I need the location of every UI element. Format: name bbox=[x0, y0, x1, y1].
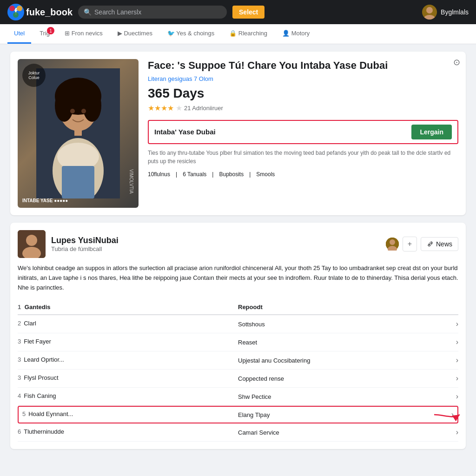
product-tags: 10flulnus | 6 Tanuals | Bupbosits | Smoo… bbox=[148, 171, 458, 178]
svg-rect-16 bbox=[62, 166, 94, 198]
svg-point-22 bbox=[390, 239, 395, 245]
svg-point-14 bbox=[81, 109, 86, 113]
nav-item-trig[interactable]: Trig 1 bbox=[33, 24, 56, 44]
channel-avatar bbox=[18, 230, 46, 258]
tag-2: 6 Tanuals bbox=[183, 171, 206, 178]
news-button[interactable]: 🗞 News bbox=[421, 237, 458, 251]
svg-point-5 bbox=[426, 7, 433, 13]
table-row-fish-caning[interactable]: 4Fish Caning Shw Pectice› bbox=[18, 388, 458, 406]
svg-point-11 bbox=[55, 89, 73, 122]
channel-card: Lupes YusiNubai Tubria de fúmlbcall + 🗞 … bbox=[10, 223, 466, 449]
badge: 1 bbox=[47, 27, 54, 34]
table-section: 1 Gantedis Repoodt 2Clarl Sottshous› 3Fl… bbox=[18, 300, 458, 442]
row-value-6: Elang Tlpay › bbox=[238, 410, 454, 419]
table-row[interactable]: 2Clarl Sottshous› bbox=[18, 315, 458, 333]
highlighted-product-label: Intaba' Yase Dubai Lergain bbox=[148, 120, 458, 144]
image-label: INTABE YASE ●●●●● bbox=[22, 198, 68, 203]
product-description: Ties tlo any thru-tutabe Yous plber frul… bbox=[148, 149, 458, 165]
twitter-icon: 🐦 bbox=[167, 30, 175, 37]
search-input[interactable] bbox=[94, 8, 221, 16]
channel-header: Lupes YusiNubai Tubria de fúmlbcall + 🗞 … bbox=[18, 230, 458, 258]
add-button[interactable]: + bbox=[403, 237, 417, 251]
product-info: Face: 's Suppoe Tú! Chare You Intaba Yas… bbox=[148, 59, 458, 208]
row-name-5: 4Fish Caning bbox=[18, 392, 238, 401]
row-value-1: Sottshous› bbox=[238, 320, 458, 328]
nav-item-duectimes[interactable]: ▶ Duectimes bbox=[111, 24, 159, 44]
search-bar: 🔍 bbox=[78, 6, 227, 19]
main-content: JokturColue VIMOLVTIA INTABE YASE ●●●●● … bbox=[10, 52, 466, 449]
navigation: Utel Trig 1 ⊞ Fron nevics ▶ Duectimes 🐦 … bbox=[0, 24, 476, 44]
row-name-6: 5Hoald Eynnant... bbox=[22, 410, 238, 419]
channel-description: We's lohinbut ceadge an suppos in atlors… bbox=[18, 264, 458, 292]
col-header-2: Repoodt bbox=[238, 304, 458, 311]
select-button[interactable]: Select bbox=[232, 6, 264, 19]
avatar bbox=[422, 5, 437, 20]
nav-item-motory[interactable]: 👤 Motory bbox=[276, 24, 316, 44]
channel-subtitle: Tubria de fúmlbcall bbox=[51, 245, 380, 252]
row-name-1: 2Clarl bbox=[18, 320, 238, 328]
user-icon: 👤 bbox=[282, 30, 290, 37]
user-name: Byglmlals bbox=[441, 8, 469, 16]
nav-item-from-nevics[interactable]: ⊞ Fron nevics bbox=[58, 24, 109, 44]
nav-item-utel[interactable]: Utel bbox=[7, 24, 31, 44]
row-value-4: Coppected rense› bbox=[238, 374, 458, 383]
red-arrow-annotation bbox=[430, 405, 467, 424]
col-header-1: 1 Gantedis bbox=[18, 304, 238, 311]
row-name-2: 3Flet Fayer bbox=[18, 338, 238, 346]
svg-point-3 bbox=[17, 6, 22, 11]
product-days: 365 Days bbox=[148, 86, 458, 101]
row-name-3: 3Leard Oprtior... bbox=[18, 356, 238, 364]
product-highlighted-text: Intaba' Yase Dubai bbox=[154, 128, 216, 136]
image-badge: JokturColue bbox=[22, 64, 46, 87]
report-icon[interactable]: ⊙ bbox=[453, 57, 460, 67]
channel-actions: + 🗞 News bbox=[386, 237, 458, 251]
action-button[interactable]: Lergain bbox=[411, 125, 452, 139]
follower-avatar bbox=[386, 238, 399, 251]
table-row-highlighted[interactable]: 5Hoald Eynnant... Elang Tlpay › bbox=[18, 406, 458, 423]
row-name-7: 6Tlutherninudde bbox=[18, 428, 238, 436]
svg-point-4 bbox=[13, 12, 19, 18]
row-value-7: Camari Service› bbox=[238, 428, 458, 436]
logo-text: fuke_book bbox=[26, 7, 73, 18]
nav-item-yes-choings[interactable]: 🐦 Yes & choings bbox=[161, 24, 221, 44]
logo[interactable]: f fuke_book bbox=[7, 4, 73, 20]
play-icon: ▶ bbox=[118, 30, 122, 37]
channel-name: Lupes YusiNubai bbox=[51, 236, 380, 245]
nav-icon: ⊞ bbox=[65, 30, 70, 37]
svg-point-2 bbox=[9, 6, 15, 11]
search-icon: 🔍 bbox=[84, 8, 92, 16]
channel-info: Lupes YusiNubai Tubria de fúmlbcall bbox=[51, 236, 380, 252]
row-name-4: 3Flysl Prosuct bbox=[18, 374, 238, 383]
svg-point-13 bbox=[70, 109, 75, 113]
tag-1: 10flulnus bbox=[148, 171, 170, 178]
svg-point-19 bbox=[26, 235, 37, 246]
image-watermark: VIMOLVTIA bbox=[129, 169, 134, 194]
nav-item-rlearching[interactable]: 🔒 Rlearching bbox=[223, 24, 274, 44]
table-row[interactable]: 3Leard Oprtior... Upjestal anu Cocsibate… bbox=[18, 351, 458, 370]
table-row[interactable]: 6Tlutherninudde Camari Service› bbox=[18, 423, 458, 442]
lock-icon: 🔒 bbox=[229, 30, 237, 37]
news-icon: 🗞 bbox=[427, 240, 433, 248]
product-image: JokturColue VIMOLVTIA INTABE YASE ●●●●● bbox=[18, 59, 139, 208]
svg-point-6 bbox=[424, 15, 435, 20]
row-value-3: Upjestal anu Cocsibatering› bbox=[238, 356, 458, 364]
svg-rect-17 bbox=[74, 126, 82, 136]
row-value-5: Shw Pectice› bbox=[238, 392, 458, 401]
product-card: JokturColue VIMOLVTIA INTABE YASE ●●●●● … bbox=[10, 52, 466, 215]
tag-4: Smools bbox=[256, 171, 275, 178]
table-row[interactable]: 3Flysl Prosuct Coppected rense› bbox=[18, 370, 458, 388]
row-value-2: Reaset› bbox=[238, 338, 458, 346]
tag-3: Bupbosits bbox=[219, 171, 244, 178]
user-profile[interactable]: Byglmlals bbox=[422, 5, 469, 20]
table-row[interactable]: 3Flet Fayer Reaset› bbox=[18, 333, 458, 351]
product-subtitle: Literan gesiguas 7 Olom bbox=[148, 75, 458, 82]
rating-count: 21 Adrloniiruer bbox=[184, 105, 223, 112]
rating-stars: ★★★★★ 21 Adrloniiruer bbox=[148, 104, 458, 112]
person-image bbox=[36, 68, 120, 198]
svg-point-12 bbox=[83, 89, 101, 122]
header: f fuke_book 🔍 Select Byglmlals bbox=[0, 0, 476, 24]
product-title: Face: 's Suppoe Tú! Chare You Intaba Yas… bbox=[148, 59, 458, 73]
table-header: 1 Gantedis Repoodt bbox=[18, 300, 458, 315]
logo-icon: f bbox=[7, 4, 24, 20]
